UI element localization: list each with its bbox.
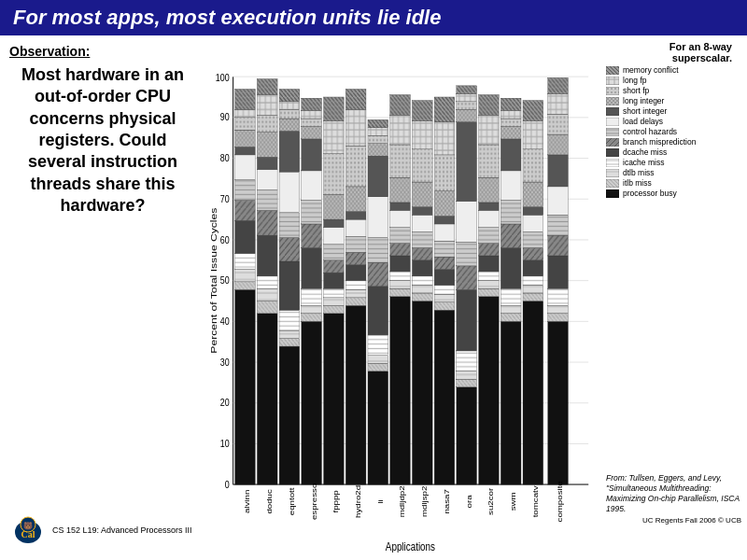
svg-rect-110	[324, 305, 345, 313]
svg-rect-166	[412, 293, 432, 301]
svg-rect-105	[302, 119, 322, 126]
svg-text:60: 60	[220, 234, 230, 245]
svg-rect-191	[434, 97, 455, 122]
svg-rect-125	[345, 289, 366, 297]
svg-rect-243	[523, 207, 543, 215]
svg-text:hydro2d: hydro2d	[354, 485, 362, 518]
svg-rect-253	[548, 256, 569, 288]
svg-rect-236	[523, 293, 543, 301]
from-citation: From: Tullsen, Eggers, and Levy, "Simult…	[606, 469, 741, 525]
for-an-label: For an 8-way superscalar.	[669, 39, 741, 63]
svg-text:composite: composite	[556, 481, 564, 522]
svg-rect-294	[606, 179, 619, 188]
cal-logo: Cal 🐻	[9, 511, 47, 549]
legend-item-dtlb: dtlb miss	[606, 168, 741, 177]
svg-rect-64	[235, 109, 256, 117]
svg-rect-221	[500, 321, 521, 484]
bar-espresso: espresso	[302, 98, 322, 520]
svg-rect-257	[548, 155, 569, 187]
svg-rect-218	[479, 115, 500, 145]
svg-text:100: 100	[216, 72, 230, 83]
svg-rect-222	[500, 314, 521, 321]
svg-rect-199	[457, 242, 477, 265]
svg-rect-101	[302, 200, 322, 223]
svg-rect-75	[257, 157, 277, 169]
svg-rect-252	[548, 288, 569, 305]
svg-rect-172	[412, 215, 432, 231]
svg-rect-163	[390, 95, 411, 116]
svg-rect-244	[523, 182, 543, 207]
svg-rect-190	[434, 122, 455, 155]
svg-text:10: 10	[220, 438, 230, 449]
svg-rect-68	[257, 301, 277, 314]
svg-rect-281	[606, 128, 619, 136]
legend-item-processor-busy: processor busy	[606, 189, 741, 198]
bar-chart-container: Percent of Total Issue Cycles 0 10 20 30…	[205, 65, 602, 553]
legend-label-long-fp: long fp	[623, 76, 647, 85]
svg-text:90: 90	[220, 112, 230, 123]
svg-rect-181	[434, 294, 455, 301]
svg-rect-115	[324, 245, 345, 260]
svg-rect-77	[257, 115, 277, 132]
svg-rect-239	[523, 260, 543, 276]
bar-nasa7: nasa7	[434, 97, 455, 514]
svg-text:mdljsp2: mdljsp2	[420, 486, 429, 518]
svg-rect-128	[345, 252, 366, 264]
svg-rect-88	[279, 172, 300, 213]
svg-rect-194	[457, 379, 477, 386]
svg-rect-260	[548, 93, 569, 114]
svg-rect-113	[324, 273, 345, 288]
svg-rect-168	[412, 276, 432, 286]
svg-rect-183	[434, 270, 455, 286]
svg-rect-124	[345, 298, 366, 305]
svg-rect-215	[479, 203, 500, 210]
bar-mdljsp2: mdljsp2	[412, 101, 432, 517]
svg-rect-53	[235, 289, 256, 484]
svg-rect-247	[523, 101, 543, 121]
svg-rect-208	[479, 288, 500, 296]
svg-rect-119	[324, 154, 345, 195]
bottom-left: Cal 🐻 CS 152 L19: Advanced Processors II…	[9, 511, 196, 549]
svg-rect-89	[279, 131, 300, 172]
svg-rect-288	[606, 159, 619, 167]
svg-rect-226	[500, 224, 521, 247]
uc-text: UC Regents Fall 2006 © UCB	[606, 516, 741, 525]
svg-rect-97	[302, 305, 322, 313]
legend-label-icache: icache miss	[623, 158, 664, 167]
svg-rect-159	[390, 203, 411, 210]
svg-rect-232	[500, 111, 521, 119]
svg-rect-59	[235, 180, 256, 201]
svg-rect-212	[479, 244, 500, 256]
svg-rect-161	[390, 145, 411, 177]
svg-rect-217	[479, 145, 500, 177]
svg-rect-203	[457, 102, 477, 109]
svg-rect-144	[368, 197, 388, 238]
svg-rect-246	[523, 120, 543, 148]
svg-rect-96	[302, 314, 322, 321]
legend-item-load-delays: load delays	[606, 117, 741, 126]
svg-rect-104	[302, 127, 322, 139]
svg-rect-139	[368, 356, 388, 363]
svg-rect-261	[548, 77, 569, 93]
svg-text:swm: swm	[509, 492, 517, 511]
svg-rect-69	[257, 288, 277, 301]
svg-rect-117	[324, 219, 345, 227]
svg-rect-76	[257, 133, 277, 158]
svg-rect-228	[500, 171, 521, 201]
svg-rect-71	[257, 235, 277, 276]
svg-rect-198	[457, 266, 477, 289]
legend-label-branch-mispred: branch misprediction	[623, 137, 696, 147]
svg-rect-141	[368, 287, 388, 335]
svg-rect-134	[345, 109, 366, 146]
svg-rect-129	[345, 236, 366, 252]
x-axis-label: Applications	[386, 540, 436, 553]
svg-rect-285	[606, 148, 619, 157]
legend-label-dcache: dcache miss	[623, 147, 667, 157]
svg-rect-277	[606, 107, 619, 116]
svg-rect-78	[257, 95, 277, 116]
svg-text:20: 20	[220, 398, 230, 409]
svg-rect-209	[479, 281, 500, 288]
svg-rect-241	[523, 231, 543, 247]
svg-rect-79	[257, 79, 277, 95]
svg-rect-169	[412, 260, 432, 276]
